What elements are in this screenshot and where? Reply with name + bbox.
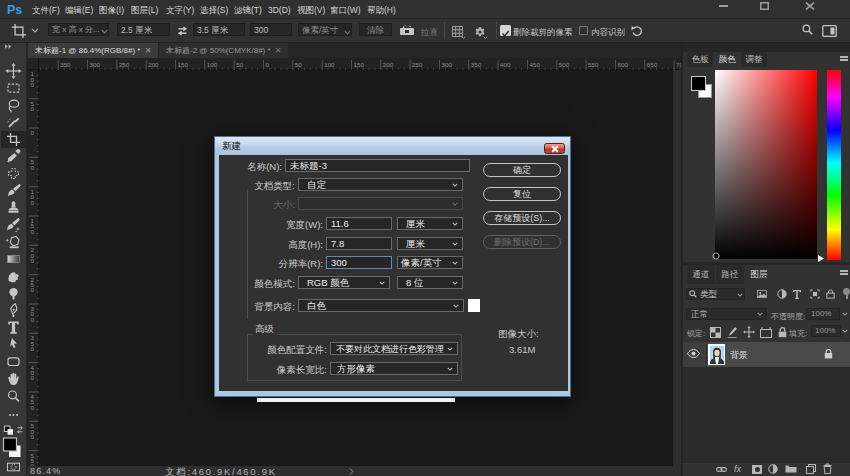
- svg-text:0: 0: [266, 61, 270, 68]
- svg-text:0: 0: [31, 129, 35, 136]
- svg-text:200: 200: [148, 61, 159, 68]
- svg-text:50: 50: [295, 61, 302, 68]
- svg-text:150: 150: [178, 61, 189, 68]
- svg-text:100: 100: [207, 61, 218, 68]
- svg-text:400: 400: [500, 61, 511, 68]
- svg-text:450: 450: [530, 61, 541, 68]
- svg-text:600: 600: [618, 61, 629, 68]
- svg-text:0: 0: [31, 199, 35, 206]
- svg-text:250: 250: [119, 61, 130, 68]
- svg-text:0: 0: [31, 257, 35, 264]
- svg-text:0: 0: [31, 433, 35, 440]
- svg-text:0: 0: [31, 81, 35, 88]
- svg-text:0: 0: [31, 286, 35, 293]
- svg-text:650: 650: [647, 61, 658, 68]
- svg-text:550: 550: [588, 61, 599, 68]
- svg-text:300: 300: [90, 61, 101, 68]
- svg-text:0: 0: [31, 164, 35, 171]
- svg-text:200: 200: [383, 61, 394, 68]
- svg-text:50: 50: [236, 61, 243, 68]
- svg-text:0: 0: [31, 345, 35, 352]
- svg-text:300: 300: [442, 61, 453, 68]
- svg-text:0: 0: [31, 228, 35, 235]
- svg-text:150: 150: [354, 61, 365, 68]
- svg-text:350: 350: [60, 61, 71, 68]
- svg-text:250: 250: [412, 61, 423, 68]
- svg-text:350: 350: [471, 61, 482, 68]
- svg-text:0: 0: [31, 374, 35, 381]
- svg-text:500: 500: [559, 61, 570, 68]
- svg-text:0: 0: [31, 404, 35, 411]
- svg-text:0: 0: [31, 316, 35, 323]
- svg-text:100: 100: [324, 61, 335, 68]
- svg-text:0: 0: [31, 105, 35, 112]
